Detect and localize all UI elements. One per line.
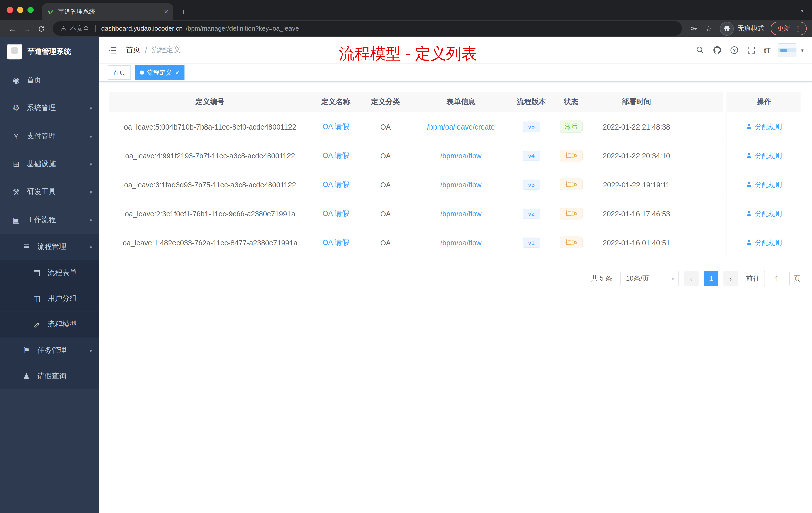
version-badge: v5	[522, 121, 540, 132]
form-info-link[interactable]: /bpm/oa/flow	[440, 238, 482, 247]
breadcrumb-home[interactable]: 首页	[126, 46, 140, 55]
chevron-down-icon: ▾	[90, 133, 92, 139]
fixed-column-gap	[723, 199, 727, 229]
browser-menu-kebab-icon[interactable]: ⋮	[794, 24, 802, 33]
table-row: oa_leave:3:1fad3d93-7b75-11ec-a3c8-acde4…	[109, 171, 801, 200]
sidebar-item[interactable]: ▣ 工作流程 ▾	[0, 206, 99, 234]
address-bar[interactable]: 不安全 dashboard.yudao.iocoder.cn /bpm/mana…	[53, 21, 682, 36]
version-badge: v3	[522, 179, 540, 190]
sidebar-menu: ◉ 首页 ▾ ⚙ 系统管理 ▾ ¥ 支付管理 ▾ ⊞ 基础设施 ▾	[0, 66, 99, 389]
assign-rule-button[interactable]: 分配规则	[746, 238, 782, 247]
sidebar-item[interactable]: ¥ 支付管理 ▾	[0, 122, 99, 150]
column-header: 定义名称	[311, 92, 361, 112]
sidebar-item[interactable]: ⚑ 任务管理 ▾	[0, 338, 99, 363]
fullscreen-icon[interactable]	[747, 46, 756, 55]
new-tab-button[interactable]: +	[181, 7, 186, 17]
form-info-link[interactable]: /bpm/oa/flow	[440, 209, 482, 218]
search-icon[interactable]	[696, 46, 705, 55]
sidebar-item[interactable]: ⇗ 流程模型 ▾	[0, 312, 99, 338]
sidebar-item[interactable]: ◫ 用户分组 ▾	[0, 286, 99, 312]
goto-page-input[interactable]	[764, 271, 790, 286]
definition-table: 定义编号 定义名称 定义分类 表单信息 流程版本 状态 部署时间 操作 oa_l…	[109, 92, 801, 257]
task-icon: ⚑	[22, 346, 31, 355]
avatar-caret-down-icon[interactable]: ▾	[801, 48, 804, 53]
deploy-time-cell: 2022-01-22 19:19:11	[591, 171, 682, 200]
select-caret-down-icon: ▾	[672, 276, 674, 281]
status-cell: 激活	[551, 113, 591, 142]
sidebar-item[interactable]: ≣ 流程管理 ▾	[0, 234, 99, 260]
browser-update-button[interactable]: 更新 ⋮	[771, 22, 807, 35]
chevron-down-icon: ▾	[90, 348, 92, 353]
tab-search-chevron-icon[interactable]: ▾	[801, 7, 804, 14]
pagination: 共 5 条 10条/页 ▾ ‹ 1 › 前往 页	[109, 271, 801, 286]
bookmark-star-icon[interactable]: ☆	[705, 24, 712, 33]
assign-rule-label: 分配规则	[755, 238, 782, 247]
definition-name-cell: OA 请假	[311, 141, 361, 171]
back-button[interactable]: ←	[5, 24, 20, 33]
status-badge: 激活	[560, 121, 583, 132]
chevron-down-icon: ▾	[90, 217, 92, 223]
zoom-window-button[interactable]	[27, 7, 34, 13]
fixed-column-gap	[723, 229, 727, 258]
browser-tab[interactable]: 芋道管理系统 ×	[42, 3, 174, 20]
form-info-cell: /bpm/oa/flow	[410, 171, 512, 200]
sidebar-item[interactable]: ⊞ 基础设施 ▾	[0, 150, 99, 178]
font-size-icon[interactable]: tT	[764, 46, 770, 55]
sidebar-item-label: 流程管理	[37, 242, 83, 251]
page-number-button[interactable]: 1	[704, 271, 718, 286]
definition-name-link[interactable]: OA 请假	[323, 122, 349, 131]
page-size-select[interactable]: 10条/页 ▾	[620, 271, 679, 286]
active-dot	[140, 70, 144, 75]
form-info-link[interactable]: /bpm/oa/leave/create	[427, 122, 495, 131]
pagination-total: 共 5 条	[591, 274, 612, 283]
status-cell: 挂起	[551, 229, 591, 258]
header-actions: tT ▾	[696, 43, 804, 57]
tab-close-icon[interactable]: ×	[164, 8, 168, 15]
assign-rule-button[interactable]: 分配规则	[746, 180, 782, 189]
definition-name-link[interactable]: OA 请假	[323, 180, 349, 189]
next-page-button[interactable]: ›	[723, 271, 738, 286]
breadcrumb: 首页 / 流程定义	[126, 46, 180, 55]
definition-name-link[interactable]: OA 请假	[323, 151, 349, 160]
browser-toolbar: ← → 不安全 dashboard.yudao.iocoder.cn /bpm/…	[0, 20, 812, 37]
security-warning-icon[interactable]	[60, 25, 67, 32]
assign-rule-button[interactable]: 分配规则	[746, 151, 782, 160]
view-tag[interactable]: 首页 ×	[108, 65, 130, 80]
prev-page-button[interactable]: ‹	[684, 271, 699, 286]
sidebar-item[interactable]: ◉ 首页 ▾	[0, 66, 99, 94]
process-list-icon: ≣	[22, 242, 31, 251]
user-avatar[interactable]	[778, 43, 796, 57]
close-window-button[interactable]	[7, 7, 13, 13]
screen: 芋道管理系统 × + ▾ ← → 不安全 dashboard.yudao.ioc…	[0, 0, 812, 513]
url-host: dashboard.yudao.iocoder.cn	[101, 25, 182, 32]
chevron-down-icon: ▾	[90, 244, 92, 250]
forward-button[interactable]: →	[20, 24, 34, 33]
category-cell: OA	[361, 229, 410, 258]
assign-rule-button[interactable]: 分配规则	[746, 122, 782, 131]
form-info-link[interactable]: /bpm/oa/flow	[440, 180, 482, 189]
definition-name-link[interactable]: OA 请假	[323, 209, 349, 218]
tag-label: 流程定义	[147, 68, 172, 77]
category-cell: OA	[361, 171, 410, 200]
sidebar-item[interactable]: ♟ 请假查询 ▾	[0, 363, 99, 389]
security-label: 不安全	[70, 24, 89, 33]
tag-close-icon[interactable]: ×	[175, 69, 179, 76]
sidebar-item-label: 基础设施	[27, 159, 83, 169]
view-tag[interactable]: 流程定义 ×	[135, 65, 184, 80]
github-icon[interactable]	[713, 46, 722, 55]
minimize-window-button[interactable]	[17, 7, 23, 13]
sidebar-collapse-icon[interactable]	[108, 45, 117, 55]
assign-rule-button[interactable]: 分配规则	[746, 209, 782, 218]
password-key-icon[interactable]	[690, 24, 698, 33]
filler-cell	[682, 229, 723, 258]
status-cell: 挂起	[551, 171, 591, 200]
sidebar-item[interactable]: ⚒ 研发工具 ▾	[0, 178, 99, 206]
definition-name-link[interactable]: OA 请假	[323, 238, 349, 247]
form-info-link[interactable]: /bpm/oa/flow	[440, 151, 482, 160]
user-icon	[746, 210, 753, 217]
help-question-icon[interactable]	[730, 46, 739, 55]
sidebar-item[interactable]: ▤ 流程表单 ▾	[0, 260, 99, 285]
incognito-icon[interactable]	[720, 22, 734, 36]
sidebar-item[interactable]: ⚙ 系统管理 ▾	[0, 94, 99, 122]
reload-button[interactable]	[34, 24, 49, 33]
